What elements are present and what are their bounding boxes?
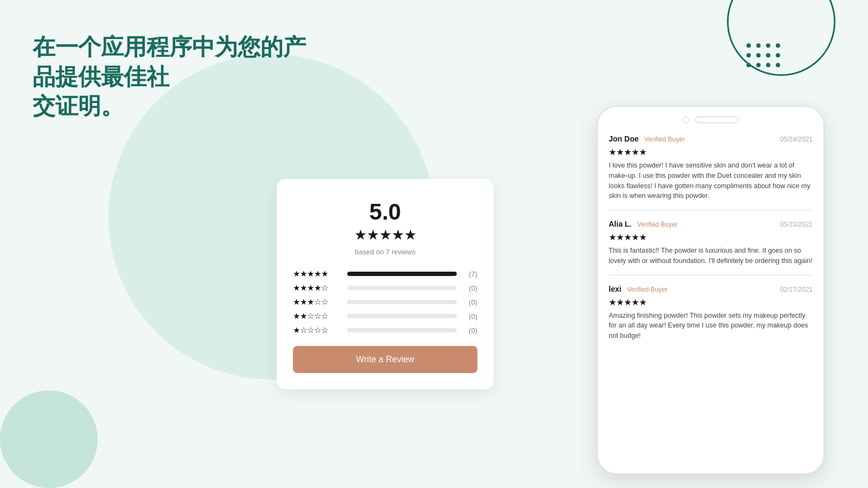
review-divider-2 bbox=[609, 275, 813, 275]
phone-camera-icon bbox=[682, 117, 689, 123]
phone-content: Jon Doe Verified Buyer 05/24/2021 ★★★★★ … bbox=[598, 129, 824, 463]
rating-row-4: ★★★★☆ (0) bbox=[293, 283, 477, 293]
review-date-1: 05/24/2021 bbox=[780, 136, 813, 143]
rating-count-1: (0) bbox=[462, 326, 477, 335]
rating-row-1: ★☆☆☆☆ (0) bbox=[293, 325, 477, 335]
bg-circle-small-bottom bbox=[0, 390, 98, 488]
headline-line1: 在一个应用程序中为您的产品提供最佳社 bbox=[33, 34, 306, 89]
reviewer-name-1: Jon Doe bbox=[609, 134, 639, 143]
rating-number: 5.0 bbox=[293, 201, 477, 223]
review-date-3: 02/17/2021 bbox=[780, 286, 813, 293]
dot-grid-decoration bbox=[746, 43, 781, 68]
stars-label-3: ★★★☆☆ bbox=[293, 297, 342, 307]
bg-circle-top-right bbox=[727, 0, 835, 76]
reviewer-name-3: lexi bbox=[609, 285, 621, 293]
review-date-2: 05/23/2021 bbox=[780, 221, 813, 228]
review-stars-3: ★★★★★ bbox=[609, 297, 813, 307]
write-review-button[interactable]: Write a Review bbox=[293, 346, 477, 373]
rating-bar-3 bbox=[347, 300, 457, 304]
phone-mockup: Jon Doe Verified Buyer 05/24/2021 ★★★★★ … bbox=[597, 106, 825, 474]
rating-row-5: ★★★★★ (7) bbox=[293, 269, 477, 279]
verified-badge-3: Verified Buyer bbox=[627, 286, 668, 293]
review-item-2: Alia L. Verified Buyer 05/23/2021 ★★★★★ … bbox=[609, 219, 813, 266]
review-item-1: Jon Doe Verified Buyer 05/24/2021 ★★★★★ … bbox=[609, 134, 813, 201]
review-item-3: lexi Verified Buyer 02/17/2021 ★★★★★ Ama… bbox=[609, 284, 813, 341]
reviewer-info-1: Jon Doe Verified Buyer bbox=[609, 134, 685, 144]
review-header-2: Alia L. Verified Buyer 05/23/2021 bbox=[609, 219, 813, 229]
rating-count-4: (0) bbox=[462, 284, 477, 292]
review-header-1: Jon Doe Verified Buyer 05/24/2021 bbox=[609, 134, 813, 144]
rating-bar-fill-5 bbox=[347, 272, 457, 276]
rating-stars-main: ★★★★★ bbox=[293, 227, 477, 243]
phone-top-bar bbox=[598, 107, 824, 129]
review-summary-card: 5.0 ★★★★★ based on 7 reviews ★★★★★ (7) ★… bbox=[277, 179, 494, 389]
review-stars-1: ★★★★★ bbox=[609, 147, 813, 157]
verified-badge-1: Verified Buyer bbox=[644, 136, 685, 143]
review-text-3: Amazing finishing powder! This powder se… bbox=[609, 311, 813, 341]
reviewer-name-2: Alia L. bbox=[609, 220, 631, 228]
headline: 在一个应用程序中为您的产品提供最佳社 交证明。 bbox=[33, 33, 315, 121]
stars-label-1: ★☆☆☆☆ bbox=[293, 325, 342, 335]
stars-label-4: ★★★★☆ bbox=[293, 283, 342, 293]
reviewer-info-2: Alia L. Verified Buyer bbox=[609, 219, 678, 229]
rating-row-2: ★★☆☆☆ (0) bbox=[293, 311, 477, 321]
review-header-3: lexi Verified Buyer 02/17/2021 bbox=[609, 284, 813, 294]
rating-bar-1 bbox=[347, 328, 457, 332]
review-text-2: This is fantastic!! The powder is luxuri… bbox=[609, 246, 813, 266]
reviewer-info-3: lexi Verified Buyer bbox=[609, 284, 668, 294]
review-text-1: I love this powder! I have sensitive ski… bbox=[609, 160, 813, 201]
rating-count-2: (0) bbox=[462, 312, 477, 320]
phone-speaker bbox=[695, 117, 739, 123]
rating-bar-4 bbox=[347, 286, 457, 290]
stars-label-2: ★★☆☆☆ bbox=[293, 311, 342, 321]
headline-line2: 交证明。 bbox=[33, 93, 124, 119]
stars-label-5: ★★★★★ bbox=[293, 269, 342, 279]
verified-badge-2: Verified Buyer bbox=[637, 221, 678, 228]
rating-bar-2 bbox=[347, 314, 457, 318]
rating-count-5: (7) bbox=[462, 270, 477, 278]
based-on-text: based on 7 reviews bbox=[293, 248, 477, 256]
rating-row-3: ★★★☆☆ (0) bbox=[293, 297, 477, 307]
review-divider-1 bbox=[609, 210, 813, 210]
rating-count-3: (0) bbox=[462, 298, 477, 306]
review-stars-2: ★★★★★ bbox=[609, 232, 813, 242]
rating-bar-5 bbox=[347, 272, 457, 276]
